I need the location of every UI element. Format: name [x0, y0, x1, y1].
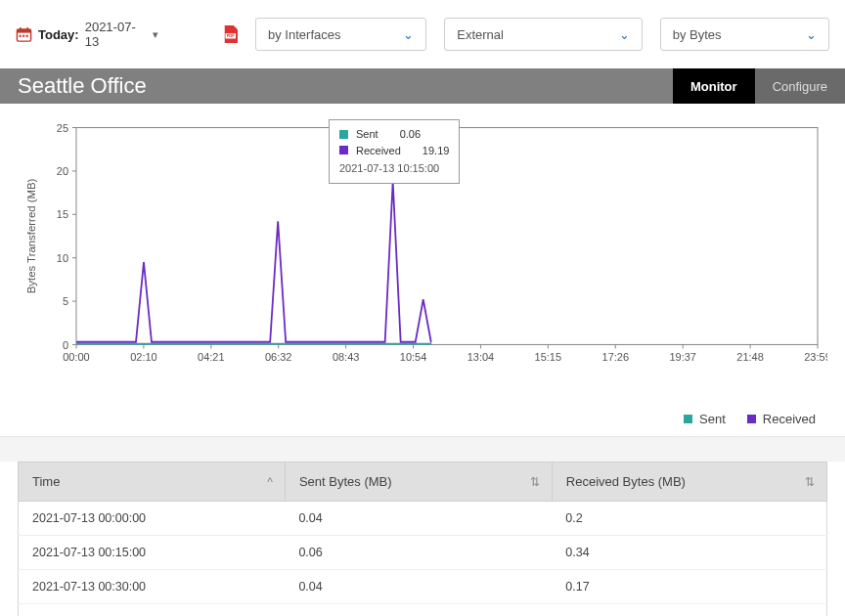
legend-sent-label: Sent	[699, 412, 726, 426]
svg-rect-6	[26, 35, 28, 37]
chart-tooltip: Sent0.06 Received19.19 2021-07-13 10:15:…	[329, 119, 460, 184]
svg-rect-1	[17, 29, 30, 33]
cell-time: 2021-07-13 00:00:00	[19, 502, 286, 536]
page-title: Seattle Office	[18, 73, 147, 99]
calendar-icon	[16, 25, 32, 43]
sent-swatch	[684, 415, 692, 423]
interface-dropdown[interactable]: External ⌄	[444, 18, 642, 51]
cell-recv: 0.34	[552, 536, 826, 570]
svg-text:20: 20	[57, 165, 68, 177]
dropdown-value: External	[457, 27, 504, 42]
cell-sent: 0.04	[285, 570, 552, 604]
group-by-dropdown[interactable]: by Interfaces ⌄	[255, 18, 426, 51]
svg-text:25: 25	[57, 121, 68, 133]
chevron-down-icon: ⌄	[806, 27, 817, 42]
col-header-recv[interactable]: Received Bytes (MB)⇅	[552, 462, 826, 502]
table-row[interactable]: 2021-07-13 00:45:000.040.18	[19, 604, 827, 617]
svg-text:02:10: 02:10	[130, 351, 156, 363]
table-row[interactable]: 2021-07-13 00:00:000.040.2	[19, 502, 827, 536]
date-picker[interactable]: Today: 2021-07-13 ▾	[16, 20, 158, 49]
cell-time: 2021-07-13 00:45:00	[19, 604, 286, 617]
legend-sent[interactable]: Sent	[684, 412, 726, 426]
cell-recv: 0.17	[552, 570, 826, 604]
svg-text:Bytes Transferred (MB): Bytes Transferred (MB)	[25, 178, 37, 293]
metric-dropdown[interactable]: by Bytes ⌄	[660, 18, 829, 51]
svg-text:10:54: 10:54	[400, 351, 426, 363]
svg-text:23:59: 23:59	[804, 351, 827, 363]
received-swatch	[747, 415, 756, 423]
data-table: Time^ Sent Bytes (MB)⇅ Received Bytes (M…	[18, 462, 827, 616]
pdf-icon[interactable]: PDF	[223, 25, 239, 43]
view-tabs: Monitor Configure	[673, 68, 845, 104]
svg-text:15:15: 15:15	[535, 351, 561, 363]
cell-recv: 0.2	[552, 502, 826, 536]
svg-text:08:43: 08:43	[333, 351, 359, 363]
sort-icon: ⇅	[530, 475, 540, 489]
svg-text:10: 10	[57, 252, 68, 264]
received-swatch	[339, 146, 348, 154]
chevron-down-icon: ▾	[153, 28, 158, 41]
tt-sent-value: 0.06	[400, 126, 421, 143]
section-divider	[0, 436, 845, 462]
col-header-time[interactable]: Time^	[19, 462, 286, 502]
svg-text:15: 15	[57, 208, 68, 220]
tab-configure[interactable]: Configure	[755, 68, 845, 104]
cell-recv: 0.18	[552, 604, 826, 617]
sent-swatch	[339, 130, 348, 139]
svg-text:04:21: 04:21	[198, 351, 224, 363]
dropdown-value: by Interfaces	[268, 27, 340, 42]
cell-sent: 0.06	[285, 536, 552, 570]
sort-asc-icon: ^	[267, 475, 273, 489]
legend-received-label: Received	[763, 412, 816, 426]
svg-rect-4	[20, 35, 22, 37]
sort-icon: ⇅	[805, 475, 815, 489]
tab-monitor[interactable]: Monitor	[673, 68, 755, 104]
legend-received[interactable]: Received	[747, 412, 816, 426]
svg-text:21:48: 21:48	[736, 351, 763, 363]
chevron-down-icon: ⌄	[619, 27, 630, 42]
chevron-down-icon: ⌄	[403, 27, 414, 42]
svg-rect-5	[22, 35, 24, 37]
tt-timestamp: 2021-07-13 10:15:00	[339, 160, 449, 177]
chart-container: 0510152025Bytes Transferred (MB)00:0002:…	[0, 104, 845, 410]
svg-text:06:32: 06:32	[265, 351, 291, 363]
svg-text:5: 5	[63, 295, 68, 307]
svg-rect-3	[26, 27, 27, 31]
svg-text:0: 0	[63, 338, 68, 350]
cell-time: 2021-07-13 00:30:00	[19, 570, 286, 604]
cell-sent: 0.04	[285, 604, 552, 617]
today-value: 2021-07-13	[85, 20, 147, 49]
tt-recv-label: Received	[356, 143, 401, 159]
cell-sent: 0.04	[285, 502, 552, 536]
tt-recv-value: 19.19	[422, 143, 450, 159]
table-row[interactable]: 2021-07-13 00:30:000.040.17	[19, 570, 827, 604]
dropdown-value: by Bytes	[673, 27, 722, 42]
table-row[interactable]: 2021-07-13 00:15:000.060.34	[19, 536, 827, 570]
tt-sent-label: Sent	[356, 126, 378, 143]
today-label: Today:	[38, 27, 79, 42]
svg-text:PDF: PDF	[226, 33, 235, 38]
col-header-sent[interactable]: Sent Bytes (MB)⇅	[285, 462, 552, 502]
svg-rect-2	[20, 27, 21, 31]
svg-text:13:04: 13:04	[467, 351, 494, 363]
svg-text:17:26: 17:26	[602, 351, 629, 363]
svg-text:19:37: 19:37	[669, 351, 695, 363]
svg-text:00:00: 00:00	[63, 351, 89, 363]
cell-time: 2021-07-13 00:15:00	[19, 536, 286, 570]
